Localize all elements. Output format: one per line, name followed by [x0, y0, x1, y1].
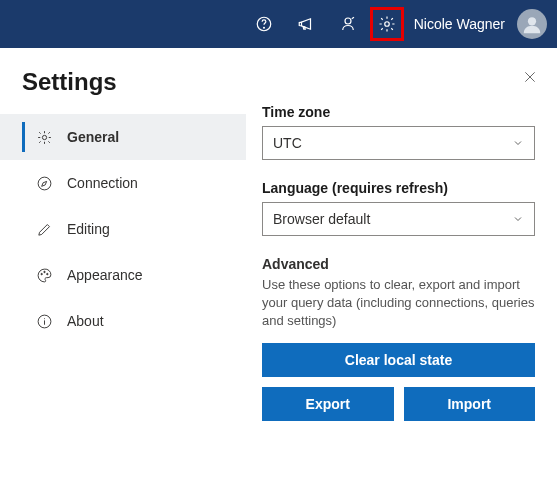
nav-item-about[interactable]: About: [0, 298, 246, 344]
gear-icon: [36, 129, 53, 146]
svg-point-8: [44, 271, 45, 272]
export-button[interactable]: Export: [262, 387, 394, 421]
nav-label: About: [67, 313, 104, 329]
svg-point-9: [47, 273, 48, 274]
settings-main: Time zone UTC Language (requires refresh…: [246, 48, 557, 500]
svg-point-4: [528, 17, 536, 25]
close-icon[interactable]: [523, 70, 537, 87]
compass-icon: [36, 175, 53, 192]
chevron-down-icon: [512, 137, 524, 149]
settings-panel: Settings General Connection Editing Appe…: [0, 48, 557, 500]
language-value: Browser default: [273, 211, 370, 227]
nav-label: Connection: [67, 175, 138, 191]
language-select[interactable]: Browser default: [262, 202, 535, 236]
settings-nav: General Connection Editing Appearance Ab…: [0, 114, 246, 344]
nav-item-general[interactable]: General: [0, 114, 246, 160]
top-bar: Nicole Wagner: [0, 0, 557, 48]
nav-label: Appearance: [67, 267, 143, 283]
svg-point-2: [345, 18, 351, 24]
palette-icon: [36, 267, 53, 284]
pencil-icon: [36, 221, 53, 238]
nav-item-appearance[interactable]: Appearance: [0, 252, 246, 298]
megaphone-icon[interactable]: [286, 4, 326, 44]
chevron-down-icon: [512, 213, 524, 225]
sidebar: Settings General Connection Editing Appe…: [0, 48, 246, 500]
nav-item-connection[interactable]: Connection: [0, 160, 246, 206]
svg-point-5: [42, 135, 46, 139]
svg-point-7: [41, 273, 42, 274]
svg-point-6: [38, 177, 51, 190]
import-button[interactable]: Import: [404, 387, 536, 421]
settings-gear-icon[interactable]: [370, 7, 404, 41]
nav-item-editing[interactable]: Editing: [0, 206, 246, 252]
nav-label: Editing: [67, 221, 110, 237]
avatar[interactable]: [517, 9, 547, 39]
language-label: Language (requires refresh): [262, 180, 535, 196]
svg-point-1: [263, 27, 264, 28]
advanced-description: Use these options to clear, export and i…: [262, 276, 535, 331]
settings-title: Settings: [22, 68, 117, 96]
timezone-select[interactable]: UTC: [262, 126, 535, 160]
export-import-row: Export Import: [262, 387, 535, 421]
svg-point-3: [384, 22, 389, 27]
nav-label: General: [67, 129, 119, 145]
timezone-label: Time zone: [262, 104, 535, 120]
clear-local-state-button[interactable]: Clear local state: [262, 343, 535, 377]
advanced-title: Advanced: [262, 256, 535, 272]
info-icon: [36, 313, 53, 330]
timezone-value: UTC: [273, 135, 302, 151]
feedback-icon[interactable]: [328, 4, 368, 44]
user-name[interactable]: Nicole Wagner: [414, 16, 505, 32]
help-icon[interactable]: [244, 4, 284, 44]
